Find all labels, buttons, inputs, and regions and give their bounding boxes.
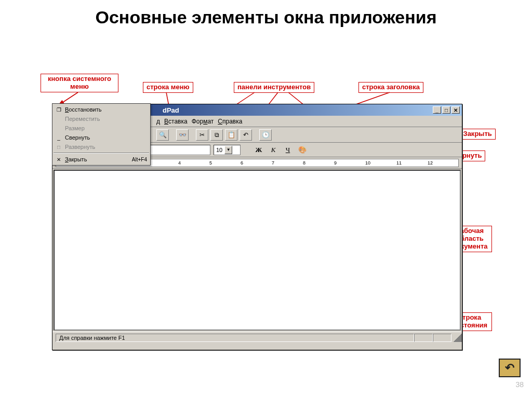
status-text: Для справки нажмите F1 xyxy=(56,334,414,342)
sysmenu-restore[interactable]: ❐ ВВосстановитьосстановить xyxy=(52,105,150,114)
restore-icon: ❐ xyxy=(55,107,63,113)
maximize-icon: □ xyxy=(445,107,448,113)
maximize-icon: □ xyxy=(55,144,63,150)
cut-button[interactable]: ✂ xyxy=(196,129,208,141)
status-pane-1 xyxy=(414,334,433,342)
back-button[interactable]: ↶ xyxy=(499,359,521,377)
color-button[interactable]: 🎨 xyxy=(297,145,308,155)
chevron-down-icon: ▼ xyxy=(227,147,231,152)
sysmenu-close[interactable]: ✕ Закрыть Alt+F4 xyxy=(52,155,150,164)
close-icon: ✕ xyxy=(55,157,63,162)
menu-partial[interactable]: д xyxy=(156,118,160,125)
datetime-icon: 🕒 xyxy=(262,131,270,139)
underline-button[interactable]: Ч xyxy=(282,145,294,155)
size-combo[interactable]: 10 ▼ xyxy=(214,145,241,155)
find-button[interactable]: 👓 xyxy=(176,129,189,141)
italic-button[interactable]: К xyxy=(268,145,279,155)
status-pane-2 xyxy=(433,334,451,342)
menu-insert[interactable]: ВВставкаставка xyxy=(164,118,188,125)
status-bar: Для справки нажмите F1 xyxy=(52,332,462,343)
copy-icon: ⧉ xyxy=(215,131,219,139)
scissors-icon: ✂ xyxy=(200,131,205,139)
copy-button[interactable]: ⧉ xyxy=(210,129,223,141)
clipboard-icon: 📋 xyxy=(228,131,235,139)
sysmenu-move: Переместить xyxy=(52,114,150,123)
slide-title: Основные элементы окна приложения xyxy=(0,8,532,27)
paste-button[interactable]: 📋 xyxy=(225,129,237,141)
magnifier-icon: 🔍 xyxy=(159,131,167,139)
undo-icon: ↶ xyxy=(243,131,248,139)
page-number: 38 xyxy=(515,380,524,389)
document-area[interactable] xyxy=(54,170,461,331)
menu-format[interactable]: Формат xyxy=(192,118,214,125)
close-icon: ✕ xyxy=(454,107,458,113)
menu-help[interactable]: Справка xyxy=(218,118,242,125)
system-menu: ❐ ВВосстановитьосстановить Переместить Р… xyxy=(52,103,151,166)
callout-toolbars: панели инструментов xyxy=(234,82,314,93)
callout-system-menu-button: кнопка системногоменю xyxy=(41,74,118,92)
callout-title-bar: строка заголовка xyxy=(358,82,423,93)
minimize-icon: _ xyxy=(55,135,63,141)
palette-icon: 🎨 xyxy=(298,146,307,154)
binoculars-icon: 👓 xyxy=(179,131,187,139)
sysmenu-minimize[interactable]: _ Свернуть xyxy=(52,133,150,142)
return-arrow-icon: ↶ xyxy=(505,361,514,375)
size-combo-value: 10 xyxy=(216,147,222,153)
maximize-button[interactable]: □ xyxy=(442,106,450,114)
sysmenu-size: Размер xyxy=(52,123,150,133)
minimize-icon: _ xyxy=(435,107,438,113)
sysmenu-maximize: □ Развернуть xyxy=(52,142,150,152)
datetime-button[interactable]: 🕒 xyxy=(259,129,272,141)
resize-grip-icon[interactable] xyxy=(454,334,462,342)
size-combo-dropdown[interactable]: ▼ xyxy=(224,146,232,154)
callout-menu-bar: строка меню xyxy=(143,82,193,93)
bold-button[interactable]: Ж xyxy=(253,145,264,155)
undo-button[interactable]: ↶ xyxy=(240,129,252,141)
print-preview-button[interactable]: 🔍 xyxy=(156,129,169,141)
close-button[interactable]: ✕ xyxy=(451,106,460,114)
minimize-button[interactable]: _ xyxy=(433,106,441,114)
